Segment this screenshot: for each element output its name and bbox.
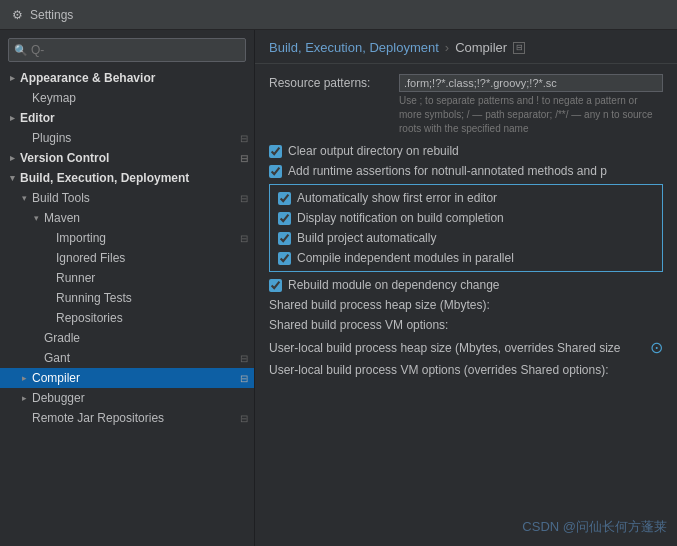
arrow-maven <box>30 212 42 224</box>
resource-patterns-hint: Use ; to separate patterns and ! to nega… <box>399 94 663 136</box>
sidebar-item-version-control[interactable]: Version Control ⊟ <box>0 148 254 168</box>
sidebar-item-remote-jar[interactable]: Remote Jar Repositories ⊟ <box>0 408 254 428</box>
search-box: 🔍 <box>8 38 246 62</box>
remote-jar-icon: ⊟ <box>240 413 248 424</box>
title-bar-text: Settings <box>30 8 73 22</box>
checkbox-rebuild-dependency[interactable]: Rebuild module on dependency change <box>269 278 663 292</box>
user-vm-options-row: User-local build process VM options (ove… <box>269 363 663 377</box>
auto-show-error-checkbox[interactable] <box>278 192 291 205</box>
title-bar: ⚙ Settings <box>0 0 677 30</box>
arrow-editor <box>6 112 18 124</box>
resource-patterns-label: Resource patterns: <box>269 74 399 90</box>
sidebar: 🔍 Appearance & Behavior Keymap Editor <box>0 30 255 546</box>
sidebar-item-plugins[interactable]: Plugins ⊟ <box>0 128 254 148</box>
sidebar-item-maven[interactable]: Maven <box>0 208 254 228</box>
checkbox-auto-show-error[interactable]: Automatically show first error in editor <box>278 191 654 205</box>
sidebar-item-gradle[interactable]: Gradle <box>0 328 254 348</box>
arrow-debugger <box>18 392 30 404</box>
sidebar-item-running-tests[interactable]: Running Tests <box>0 288 254 308</box>
sidebar-tree: Appearance & Behavior Keymap Editor Plug… <box>0 68 254 546</box>
runtime-assertions-checkbox[interactable] <box>269 165 282 178</box>
sidebar-item-runner[interactable]: Runner <box>0 268 254 288</box>
arrow-bed <box>6 172 18 184</box>
content-body: Resource patterns: Use ; to separate pat… <box>255 64 677 546</box>
arrow-vc <box>6 152 18 164</box>
resource-patterns-input[interactable] <box>399 74 663 92</box>
sidebar-item-compiler[interactable]: Compiler ⊟ <box>0 368 254 388</box>
runtime-assertions-label: Add runtime assertions for notnull-annot… <box>288 164 607 178</box>
breadcrumb: Build, Execution, Deployment › Compiler … <box>255 30 677 64</box>
notify-build-checkbox[interactable] <box>278 212 291 225</box>
highlighted-group: Automatically show first error in editor… <box>269 184 663 272</box>
sidebar-item-keymap[interactable]: Keymap <box>0 88 254 108</box>
breadcrumb-parent[interactable]: Build, Execution, Deployment <box>269 40 439 55</box>
sidebar-item-gant[interactable]: Gant ⊟ <box>0 348 254 368</box>
arrow-build-tools <box>18 192 30 204</box>
importing-icon: ⊟ <box>240 233 248 244</box>
rebuild-dependency-label: Rebuild module on dependency change <box>288 278 500 292</box>
compiler-icon: ⊟ <box>240 373 248 384</box>
arrow-compiler <box>18 372 30 384</box>
resource-patterns-row: Resource patterns: Use ; to separate pat… <box>269 74 663 136</box>
clear-output-label: Clear output directory on rebuild <box>288 144 459 158</box>
user-heap-size-row: User-local build process heap size (Mbyt… <box>269 338 663 357</box>
main-container: 🔍 Appearance & Behavior Keymap Editor <box>0 30 677 546</box>
checkbox-compile-parallel[interactable]: Compile independent modules in parallel <box>278 251 654 265</box>
resource-patterns-field: Use ; to separate patterns and ! to nega… <box>399 74 663 136</box>
compile-parallel-checkbox[interactable] <box>278 252 291 265</box>
clear-output-checkbox[interactable] <box>269 145 282 158</box>
breadcrumb-icon: ⊟ <box>513 42 525 54</box>
search-icon: 🔍 <box>14 44 28 57</box>
breadcrumb-separator: › <box>445 40 449 55</box>
sidebar-item-build-tools[interactable]: Build Tools ⊟ <box>0 188 254 208</box>
checkbox-clear-output[interactable]: Clear output directory on rebuild <box>269 144 663 158</box>
build-tools-icon: ⊟ <box>240 193 248 204</box>
plugins-sync-icon: ⊟ <box>240 133 248 144</box>
heap-size-row: Shared build process heap size (Mbytes): <box>269 298 663 312</box>
cursor-indicator: ⊙ <box>650 338 663 357</box>
user-vm-options-label: User-local build process VM options (ove… <box>269 363 663 377</box>
build-auto-checkbox[interactable] <box>278 232 291 245</box>
heap-size-label: Shared build process heap size (Mbytes): <box>269 298 663 312</box>
build-auto-label: Build project automatically <box>297 231 436 245</box>
arrow-appearance <box>6 72 18 84</box>
notify-build-label: Display notification on build completion <box>297 211 504 225</box>
sidebar-item-repositories[interactable]: Repositories <box>0 308 254 328</box>
sidebar-item-build-exec-deploy[interactable]: Build, Execution, Deployment <box>0 168 254 188</box>
content-area: Build, Execution, Deployment › Compiler … <box>255 30 677 546</box>
checkbox-notify-build[interactable]: Display notification on build completion <box>278 211 654 225</box>
user-heap-size-label: User-local build process heap size (Mbyt… <box>269 341 646 355</box>
vm-options-row: Shared build process VM options: <box>269 318 663 332</box>
checkbox-runtime-assertions[interactable]: Add runtime assertions for notnull-annot… <box>269 164 663 178</box>
search-input[interactable] <box>8 38 246 62</box>
vc-sync-icon: ⊟ <box>240 153 248 164</box>
settings-icon: ⚙ <box>10 8 24 22</box>
checkbox-build-auto[interactable]: Build project automatically <box>278 231 654 245</box>
sidebar-item-ignored-files[interactable]: Ignored Files <box>0 248 254 268</box>
breadcrumb-current: Compiler <box>455 40 507 55</box>
sidebar-item-debugger[interactable]: Debugger <box>0 388 254 408</box>
auto-show-error-label: Automatically show first error in editor <box>297 191 497 205</box>
compile-parallel-label: Compile independent modules in parallel <box>297 251 514 265</box>
vm-options-label: Shared build process VM options: <box>269 318 663 332</box>
rebuild-dependency-checkbox[interactable] <box>269 279 282 292</box>
sidebar-item-importing[interactable]: Importing ⊟ <box>0 228 254 248</box>
sidebar-item-appearance[interactable]: Appearance & Behavior <box>0 68 254 88</box>
gant-icon: ⊟ <box>240 353 248 364</box>
sidebar-item-editor[interactable]: Editor <box>0 108 254 128</box>
